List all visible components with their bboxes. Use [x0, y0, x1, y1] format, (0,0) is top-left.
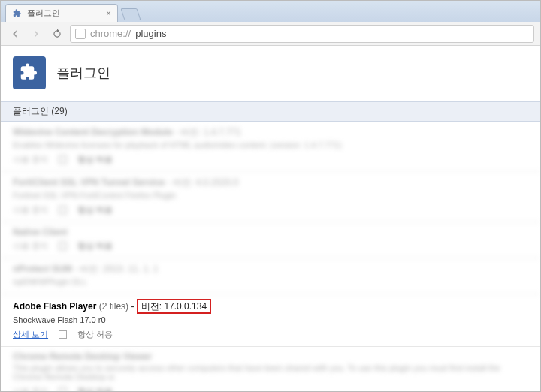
- puzzle-icon: [13, 56, 46, 89]
- always-allow-label: 항상 허용: [77, 154, 113, 165]
- plugin-meta: - 버전: 2013. 11. 1. 1: [74, 264, 158, 274]
- plugin-row: Chrome Remote Desktop Viewer This plugin…: [1, 347, 540, 392]
- plugin-list: Widevine Content Decryption Module - 버전:…: [1, 122, 540, 392]
- plugin-name: FortiClient SSL VPN Tunnel Service: [13, 177, 165, 188]
- count-value: (29): [51, 106, 67, 116]
- page-title: 플러그인: [56, 64, 110, 82]
- plugin-desc: Enables Widevine licenses for playback o…: [13, 140, 528, 149]
- plugin-name: Widevine Content Decryption Module: [13, 127, 173, 137]
- plugin-files: (2 files): [99, 301, 128, 312]
- reload-button[interactable]: [49, 26, 65, 42]
- forward-button[interactable]: [28, 26, 44, 42]
- disable-link[interactable]: 사용 중지: [13, 386, 48, 392]
- plugin-name: Adobe Flash Player: [13, 301, 96, 312]
- always-allow-checkbox[interactable]: [59, 387, 67, 392]
- new-tab-button[interactable]: [120, 8, 141, 20]
- plugin-count-bar: 플러그인 (29): [1, 101, 540, 122]
- disable-link[interactable]: 사용 중지: [13, 204, 48, 216]
- plugin-name: Chrome Remote Desktop Viewer: [13, 351, 152, 362]
- count-label: 플러그인: [13, 106, 49, 116]
- always-allow-checkbox[interactable]: [59, 155, 67, 164]
- plugin-row: nProtect SUM - 버전: 2013. 11. 1. 1 npENKW…: [1, 258, 540, 294]
- browser-tab[interactable]: 플러그인 ×: [5, 4, 118, 22]
- puzzle-icon: [12, 8, 23, 19]
- details-link[interactable]: 상세 보기: [13, 329, 48, 340]
- plugin-row-flash: Adobe Flash Player (2 files) - 버전: 17.0.…: [1, 294, 540, 347]
- always-allow-checkbox[interactable]: [59, 206, 67, 214]
- plugin-version: 버전: 17.0.0.134: [141, 301, 207, 312]
- plugin-meta: - 버전: 1.4.7.771: [175, 127, 241, 137]
- version-highlight: 버전: 17.0.0.134: [137, 299, 211, 314]
- always-allow-label: 항상 허용: [77, 329, 113, 340]
- page-header: 플러그인: [1, 46, 540, 101]
- plugin-meta: - 버전: 4.0.2020.0: [168, 177, 239, 188]
- page-icon: [75, 29, 86, 39]
- back-button[interactable]: [7, 26, 23, 42]
- plugin-desc: This plugin allows you to securely acces…: [13, 363, 528, 381]
- disable-link[interactable]: 사용 중지: [13, 240, 48, 252]
- tab-title: 플러그인: [27, 8, 60, 19]
- url-scheme: chrome://: [90, 28, 131, 39]
- always-allow-label: 항상 허용: [77, 386, 113, 392]
- plugin-desc: Shockwave Flash 17.0 r0: [13, 315, 528, 324]
- url-path: plugins: [135, 28, 166, 39]
- disable-link[interactable]: 사용 중지: [13, 154, 48, 165]
- close-icon[interactable]: ×: [106, 8, 111, 19]
- browser-tabstrip: 플러그인 ×: [1, 1, 540, 22]
- always-allow-label: 항상 허용: [77, 204, 113, 216]
- browser-toolbar: chrome://plugins: [1, 22, 540, 46]
- plugin-desc: Fortinet SSL VPN FortiControl Firefox Pl…: [13, 191, 528, 200]
- plugin-desc: npENKWPlugin DLL: [13, 277, 528, 286]
- always-allow-checkbox[interactable]: [59, 330, 67, 339]
- plugin-row: FortiClient SSL VPN Tunnel Service - 버전:…: [1, 172, 540, 222]
- always-allow-label: 항상 허용: [77, 240, 113, 252]
- plugin-name: nProtect SUM: [13, 264, 72, 274]
- plugin-row: Widevine Content Decryption Module - 버전:…: [1, 122, 540, 172]
- always-allow-checkbox[interactable]: [59, 242, 67, 250]
- plugin-row: Native Client 사용 중지 항상 허용: [1, 222, 540, 258]
- plugin-name: Native Client: [13, 227, 68, 237]
- address-bar[interactable]: chrome://plugins: [70, 25, 534, 43]
